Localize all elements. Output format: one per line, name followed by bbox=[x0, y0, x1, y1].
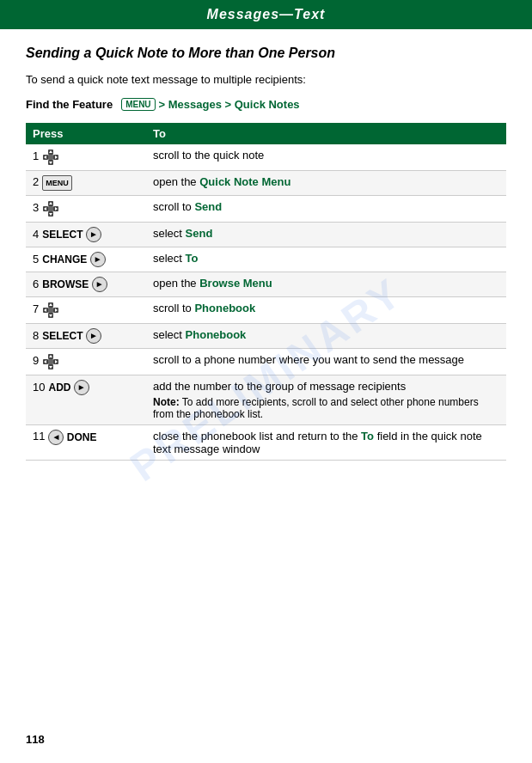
to-cell: add the number to the group of message r… bbox=[146, 375, 506, 424]
press-cell: 8SELECT ► bbox=[26, 323, 146, 348]
col-to-header: To bbox=[146, 123, 506, 144]
press-cell: 9 bbox=[26, 348, 146, 375]
nav-icon bbox=[42, 353, 59, 370]
table-row: 9 scroll to a phone number where you wan… bbox=[26, 348, 506, 375]
table-row: 4SELECT ►select Send bbox=[26, 222, 506, 247]
to-cell: scroll to a phone number where you want … bbox=[146, 348, 506, 375]
table-row: 1 scroll to the quick note bbox=[26, 144, 506, 171]
instruction-table: Press To 1 scroll to the quick note2MENU… bbox=[26, 123, 506, 461]
to-text: scroll to the quick note bbox=[153, 149, 264, 162]
page-title: Messages—Text bbox=[207, 7, 326, 21]
menu-icon-box: MENU bbox=[121, 98, 155, 111]
to-text: close the phonebook list and return to t… bbox=[153, 430, 482, 455]
section-title: Sending a Quick Note to More than One Pe… bbox=[26, 45, 506, 63]
table-header-row: Press To bbox=[26, 123, 506, 144]
to-cell: select To bbox=[146, 247, 506, 272]
table-row: 5CHANGE ►select To bbox=[26, 247, 506, 272]
svg-rect-31 bbox=[48, 359, 53, 364]
nav-icon bbox=[42, 149, 59, 166]
press-cell: 4SELECT ► bbox=[26, 222, 146, 247]
to-cell: scroll to Phonebook bbox=[146, 296, 506, 323]
to-text: add the number to the group of message r… bbox=[153, 380, 406, 393]
page-header: Messages—Text bbox=[0, 0, 532, 29]
press-cell: 6BROWSE ► bbox=[26, 272, 146, 296]
press-cell: 1 bbox=[26, 144, 146, 171]
to-cell: scroll to Send bbox=[146, 195, 506, 222]
table-row: 10ADD ►add the number to the group of me… bbox=[26, 375, 506, 424]
to-text: open the Quick Note Menu bbox=[153, 175, 290, 188]
to-text: select Send bbox=[153, 227, 212, 240]
find-feature-path: MENU > Messages > Quick Notes bbox=[121, 98, 299, 111]
to-cell: select Send bbox=[146, 222, 506, 247]
svg-rect-13 bbox=[48, 206, 53, 211]
svg-rect-22 bbox=[48, 308, 53, 313]
to-text: scroll to a phone number where you want … bbox=[153, 353, 464, 366]
table-row: 7 scroll to Phonebook bbox=[26, 296, 506, 323]
press-cell: 3 bbox=[26, 195, 146, 222]
path-text: > Messages > Quick Notes bbox=[159, 98, 300, 111]
to-text: scroll to Phonebook bbox=[153, 302, 255, 314]
find-feature-label: Find the Feature bbox=[26, 98, 113, 111]
to-cell: open the Browse Menu bbox=[146, 272, 506, 296]
table-row: 11◄ DONEclose the phonebook list and ret… bbox=[26, 424, 506, 460]
nav-icon bbox=[42, 302, 59, 319]
to-text: select Phonebook bbox=[153, 328, 246, 341]
press-cell: 11◄ DONE bbox=[26, 424, 146, 460]
to-text: select To bbox=[153, 252, 199, 265]
to-text: open the Browse Menu bbox=[153, 277, 272, 290]
table-row: 2MENUopen the Quick Note Menu bbox=[26, 170, 506, 195]
page-number: 118 bbox=[26, 733, 45, 746]
to-cell: select Phonebook bbox=[146, 323, 506, 348]
find-feature-row: Find the Feature MENU > Messages > Quick… bbox=[26, 98, 506, 111]
to-cell: close the phonebook list and return to t… bbox=[146, 424, 506, 460]
table-row: 3 scroll to Send bbox=[26, 195, 506, 222]
press-cell: 2MENU bbox=[26, 170, 146, 195]
to-cell: scroll to the quick note bbox=[146, 144, 506, 171]
table-row: 6BROWSE ►open the Browse Menu bbox=[26, 272, 506, 296]
intro-text: To send a quick note text message to mul… bbox=[26, 73, 506, 86]
svg-rect-4 bbox=[48, 155, 53, 160]
nav-icon bbox=[42, 200, 59, 217]
table-row: 8SELECT ►select Phonebook bbox=[26, 323, 506, 348]
press-cell: 10ADD ► bbox=[26, 375, 146, 424]
col-press-header: Press bbox=[26, 123, 146, 144]
press-cell: 7 bbox=[26, 296, 146, 323]
note-text: Note: To add more recipients, scroll to … bbox=[153, 396, 499, 420]
press-cell: 5CHANGE ► bbox=[26, 247, 146, 272]
to-cell: open the Quick Note Menu bbox=[146, 170, 506, 195]
to-text: scroll to Send bbox=[153, 200, 222, 213]
